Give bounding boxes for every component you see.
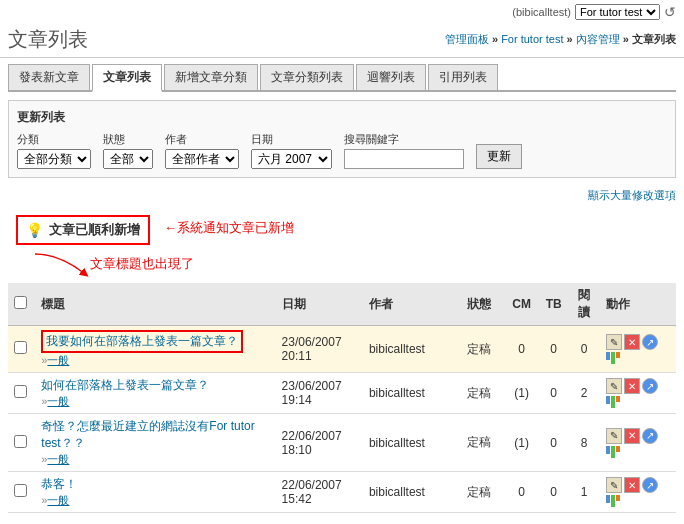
search-input[interactable] [344, 149, 464, 169]
filter-date: 日期 六月 2007 [251, 132, 332, 169]
row-status: 定稿 [467, 435, 491, 449]
row-cm-cell: (1) [505, 414, 538, 472]
article-title-link[interactable]: 恭客！ [41, 477, 77, 491]
edit-icon[interactable]: ✎ [606, 334, 622, 350]
status-select[interactable]: 全部 [103, 149, 153, 169]
date-select[interactable]: 六月 2007 [251, 149, 332, 169]
view-icon[interactable]: ↗ [642, 477, 658, 493]
tab-article-list[interactable]: 文章列表 [92, 64, 162, 92]
delete-icon[interactable]: ✕ [624, 477, 640, 493]
breadcrumb-site[interactable]: For tutor test [501, 33, 563, 45]
delete-icon[interactable]: ✕ [624, 378, 640, 394]
row-cm-cell: 0 [505, 326, 538, 373]
row-tb-cell: 0 [538, 414, 569, 472]
tab-category-list[interactable]: 文章分類列表 [260, 64, 354, 90]
bar1 [606, 446, 610, 454]
article-title-link[interactable]: 我要如何在部落格上發表一篇文章？ [46, 334, 238, 348]
row-cm: 0 [518, 342, 525, 356]
refresh-icon[interactable]: ↺ [664, 4, 676, 20]
row-date-cell: 22/06/200718:10 [276, 414, 363, 472]
row-checkbox[interactable] [14, 435, 27, 448]
view-icon[interactable]: ↗ [642, 428, 658, 444]
tab-bar: 發表新文章 文章列表 新增文章分類 文章分類列表 迴響列表 引用列表 [8, 64, 676, 92]
row-title-cell: 恭客！»一般 [35, 472, 275, 513]
row-status-cell: 定稿 [461, 472, 505, 513]
header-title: 標題 [35, 283, 275, 326]
filter-status-label: 狀態 [103, 132, 153, 147]
row-title-cell: 奇怪？怎麼最近建立的網誌沒有For tutor test？？»一般 [35, 414, 275, 472]
row-checkbox[interactable] [14, 341, 27, 354]
header-tb: TB [538, 283, 569, 326]
filter-search-label: 搜尋關鍵字 [344, 132, 464, 147]
bar2 [611, 446, 615, 458]
action-icons: ✎ ✕ ↗ [606, 334, 671, 350]
row-read: 8 [581, 436, 588, 450]
breadcrumb-content[interactable]: 內容管理 [576, 33, 620, 45]
article-category: »一般 [41, 452, 269, 467]
success-text: 文章已順利新增 [49, 221, 140, 239]
stats-bar [606, 495, 671, 507]
row-status-cell: 定稿 [461, 373, 505, 414]
row-status: 定稿 [467, 485, 491, 499]
row-author: bibicalltest [369, 485, 425, 499]
edit-icon[interactable]: ✎ [606, 378, 622, 394]
table-row: 我要如何在部落格上發表一篇文章？»一般23/06/200720:11bibica… [8, 326, 676, 373]
bar3 [616, 396, 620, 402]
filter-row: 分類 全部分類 狀態 全部 作者 全部作者 日期 六月 2007 搜尋關鍵字 [17, 132, 667, 169]
update-button[interactable]: 更新 [476, 144, 522, 169]
bar2 [611, 352, 615, 364]
tab-new-category[interactable]: 新增文章分類 [164, 64, 258, 90]
row-status: 定稿 [467, 386, 491, 400]
filter-title: 更新列表 [17, 109, 667, 126]
success-notice: 💡 文章已順利新增 [16, 215, 150, 245]
header-read: 閱讀 [569, 283, 600, 326]
row-tb-cell: 0 [538, 326, 569, 373]
view-icon[interactable]: ↗ [642, 378, 658, 394]
breadcrumb-admin[interactable]: 管理面板 [445, 33, 489, 45]
row-checkbox[interactable] [14, 484, 27, 497]
view-icon[interactable]: ↗ [642, 334, 658, 350]
row-status-cell: 定稿 [461, 326, 505, 373]
row-author: bibicalltest [369, 386, 425, 400]
article-table: 標題 日期 作者 狀態 CM TB 閱讀 動作 我要如何在部落格上發表一篇文章？… [8, 283, 676, 513]
article-title-link[interactable]: 如何在部落格上發表一篇文章？ [41, 378, 209, 392]
row-action-cell: ✎ ✕ ↗ [600, 373, 677, 414]
row-date: 22/06/200715:42 [282, 478, 342, 506]
table-row: 奇怪？怎麼最近建立的網誌沒有For tutor test？？»一般22/06/2… [8, 414, 676, 472]
row-read-cell: 1 [569, 472, 600, 513]
bar3 [616, 446, 620, 452]
article-category: »一般 [41, 353, 269, 368]
row-checkbox[interactable] [14, 385, 27, 398]
header-status: 狀態 [461, 283, 505, 326]
row-author: bibicalltest [369, 436, 425, 450]
user-label: (bibicalltest) [512, 6, 571, 18]
filter-search: 搜尋關鍵字 [344, 132, 464, 169]
author-select[interactable]: 全部作者 [165, 149, 239, 169]
row-author: bibicalltest [369, 342, 425, 356]
edit-icon[interactable]: ✎ [606, 477, 622, 493]
title-annotation-wrapper: 文章標題也出現了 [30, 249, 676, 279]
bar3 [616, 352, 620, 358]
select-all-checkbox[interactable] [14, 296, 27, 309]
edit-icon[interactable]: ✎ [606, 428, 622, 444]
header-date: 日期 [276, 283, 363, 326]
tab-citation[interactable]: 引用列表 [428, 64, 498, 90]
tab-trackback[interactable]: 迴響列表 [356, 64, 426, 90]
row-author-cell: bibicalltest [363, 373, 461, 414]
row-cm: (1) [514, 436, 529, 450]
filter-category: 分類 全部分類 [17, 132, 91, 169]
tab-new-article[interactable]: 發表新文章 [8, 64, 90, 90]
row-cm-cell: (1) [505, 373, 538, 414]
row-title-cell: 如何在部落格上發表一篇文章？»一般 [35, 373, 275, 414]
row-tb: 0 [550, 436, 557, 450]
bulk-edit-link[interactable]: 顯示大量修改選項 [588, 189, 676, 201]
row-tb-cell: 0 [538, 373, 569, 414]
row-checkbox-cell [8, 414, 35, 472]
delete-icon[interactable]: ✕ [624, 334, 640, 350]
row-tb: 0 [550, 386, 557, 400]
article-title-link[interactable]: 奇怪？怎麼最近建立的網誌沒有For tutor test？？ [41, 419, 254, 450]
action-icons: ✎ ✕ ↗ [606, 477, 671, 493]
site-selector[interactable]: For tutor test [575, 4, 660, 20]
delete-icon[interactable]: ✕ [624, 428, 640, 444]
category-select[interactable]: 全部分類 [17, 149, 91, 169]
